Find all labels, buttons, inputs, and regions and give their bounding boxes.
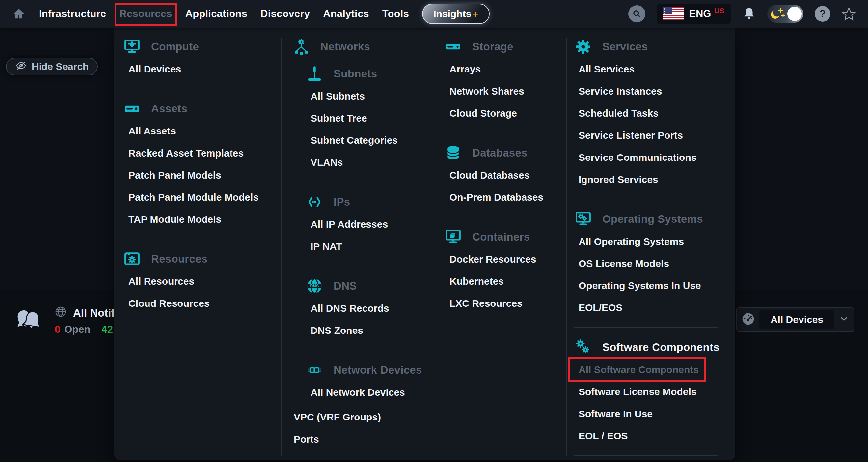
menu-item-on-prem-databases[interactable]: On-Prem Databases	[444, 186, 566, 208]
search-icon[interactable]	[628, 5, 645, 22]
menu-item-subnet-categories[interactable]: Subnet Categories	[292, 129, 437, 151]
nav-item-discovery[interactable]: Discovery	[260, 0, 310, 28]
menu-item-tap-module-models[interactable]: TAP Module Models	[123, 208, 281, 230]
menu-section-network-devices: Network Devices	[292, 359, 437, 381]
menu-column-4: ServicesAll ServicesService InstancesSch…	[574, 28, 735, 462]
menu-item-all-software-components[interactable]: All Software Components	[574, 358, 735, 381]
section-divider	[574, 199, 718, 199]
menu-section-assets: Assets	[123, 97, 281, 120]
menu-item-cloud-resources[interactable]: Cloud Resources	[123, 292, 281, 314]
menu-item-ip-nat[interactable]: IP NAT	[292, 235, 437, 257]
menu-item-eol-eos[interactable]: EOL/EOS	[574, 296, 735, 319]
menu-item-all-resources[interactable]: All Resources	[123, 270, 281, 292]
menu-item-service-listener-ports[interactable]: Service Listener Ports	[574, 124, 735, 146]
menu-section-subnets: Subnets	[292, 63, 437, 85]
notification-bells-icon	[13, 306, 43, 336]
menu-item-eol-eos[interactable]: EOL / EOS	[574, 425, 735, 447]
menu-item-racked-asset-templates[interactable]: Racked Asset Templates	[123, 142, 281, 164]
menu-item-dns-zones[interactable]: DNS Zones	[292, 319, 437, 341]
menu-item-all-assets[interactable]: All Assets	[123, 120, 281, 142]
insights-label: Insights	[433, 8, 471, 20]
menu-section-title: IPs	[334, 196, 350, 208]
subnets-icon	[305, 64, 324, 83]
menu-section-title: Networks	[320, 40, 370, 53]
menu-section-title: Assets	[151, 103, 187, 115]
section-divider	[123, 89, 272, 89]
menu-item-patch-panel-module-models[interactable]: Patch Panel Module Models	[123, 186, 281, 208]
menu-item-all-ip-addresses[interactable]: All IP Addresses	[292, 213, 437, 235]
menu-section-ips: IPs	[292, 191, 437, 213]
notifications-text: All Notifi 0 Open 42 A	[55, 306, 124, 336]
menu-section-databases: Databases	[444, 142, 566, 164]
section-divider	[574, 455, 718, 456]
networks-icon	[292, 37, 311, 56]
menu-item-vlans[interactable]: VLANs	[292, 151, 437, 173]
theme-toggle[interactable]	[767, 5, 803, 23]
device-scope-label: All Devices	[760, 310, 834, 329]
menu-item-all-services[interactable]: All Services	[574, 58, 735, 80]
home-icon[interactable]	[12, 7, 26, 21]
menu-section-title: Storage	[472, 40, 514, 53]
hide-search-label: Hide Search	[32, 61, 89, 72]
menu-item-software-in-use[interactable]: Software In Use	[574, 403, 735, 425]
language-selector[interactable]: ENG US	[657, 4, 731, 24]
menu-section-resources: Resources	[123, 248, 281, 270]
menu-section-compute: Compute	[123, 36, 281, 58]
hide-search-button[interactable]: Hide Search	[6, 58, 98, 76]
device-scope-dropdown[interactable]: All Devices	[736, 308, 855, 332]
menu-item-service-instances[interactable]: Service Instances	[574, 80, 735, 102]
menu-section-title: Services	[602, 40, 648, 53]
menu-item-software-license-models[interactable]: Software License Models	[574, 381, 735, 403]
nav-item-tools[interactable]: Tools	[382, 0, 409, 28]
help-icon[interactable]: ?	[815, 6, 831, 22]
menu-item-docker-resources[interactable]: Docker Resources	[444, 248, 566, 270]
databases-icon	[444, 143, 462, 163]
ips-icon	[305, 193, 324, 211]
section-divider	[444, 133, 557, 133]
menu-item-ports[interactable]: Ports	[292, 428, 437, 450]
language-region: US	[714, 7, 724, 15]
menu-column-3: StorageArraysNetwork SharesCloud Storage…	[444, 28, 566, 314]
menu-item-patch-panel-models[interactable]: Patch Panel Models	[123, 164, 281, 186]
menu-item-ignored-services[interactable]: Ignored Services	[574, 168, 735, 191]
bell-icon[interactable]	[742, 7, 756, 21]
menu-column-2: NetworksSubnetsAll SubnetsSubnet TreeSub…	[292, 28, 437, 450]
menu-section-storage: Storage	[444, 36, 566, 58]
nav-item-infrastructure[interactable]: Infrastructure	[39, 0, 106, 28]
menu-item-subnet-tree[interactable]: Subnet Tree	[292, 107, 437, 129]
assets-icon	[123, 99, 141, 118]
notifications-summary[interactable]: All Notifi 0 Open 42 A	[13, 306, 124, 336]
globe-icon	[55, 306, 66, 320]
menu-item-cloud-storage[interactable]: Cloud Storage	[444, 102, 566, 124]
menu-item-scheduled-tasks[interactable]: Scheduled Tasks	[574, 102, 735, 124]
nav-item-analytics[interactable]: Analytics	[323, 0, 369, 28]
open-label: Open	[64, 324, 90, 336]
app-screen: InfrastructureResourcesApplicationsDisco…	[0, 0, 868, 462]
menu-item-os-license-models[interactable]: OS License Models	[574, 253, 735, 275]
menu-item-kubernetes[interactable]: Kubernetes	[444, 270, 566, 292]
menu-item-vpc-vrf-groups[interactable]: VPC (VRF Groups)	[292, 406, 437, 428]
insights-plus-button[interactable]: Insights+	[422, 4, 490, 24]
compute-icon	[123, 37, 141, 56]
menu-item-all-subnets[interactable]: All Subnets	[292, 85, 437, 107]
menu-item-all-dns-records[interactable]: All DNS Records	[292, 297, 437, 319]
menu-item-cloud-databases[interactable]: Cloud Databases	[444, 164, 566, 186]
menu-item-network-shares[interactable]: Network Shares	[444, 80, 566, 102]
menu-section-title: DNS	[334, 280, 357, 292]
menu-item-all-network-devices[interactable]: All Network Devices	[292, 381, 437, 403]
menu-item-service-communications[interactable]: Service Communications	[574, 146, 735, 168]
nav-item-applications[interactable]: Applications	[185, 0, 247, 28]
menu-item-lxc-resources[interactable]: LXC Resources	[444, 292, 566, 314]
menu-item-all-devices[interactable]: All Devices	[123, 58, 281, 80]
menu-item-operating-systems-in-use[interactable]: Operating Systems In Use	[574, 275, 735, 296]
menu-item-arrays[interactable]: Arrays	[444, 58, 566, 80]
network-devices-icon	[305, 360, 324, 380]
containers-icon	[444, 227, 462, 247]
main-nav: InfrastructureResourcesApplicationsDisco…	[39, 0, 409, 28]
star-icon[interactable]	[842, 7, 856, 21]
menu-section-software-components: Software Components	[574, 336, 735, 358]
menu-item-all-operating-systems[interactable]: All Operating Systems	[574, 230, 735, 253]
menu-section-title: Network Devices	[334, 364, 422, 376]
nav-item-resources[interactable]: Resources	[119, 0, 172, 28]
eye-slash-icon	[15, 60, 27, 74]
